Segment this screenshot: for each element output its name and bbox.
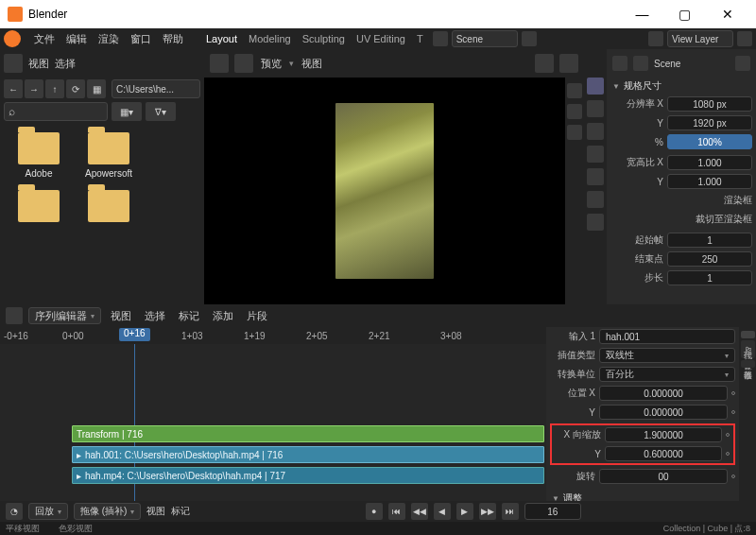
folder-item[interactable]: Apowersoft bbox=[79, 132, 138, 179]
viewlayer-new-icon[interactable] bbox=[737, 31, 752, 46]
pb-menu-view[interactable]: 视图 bbox=[146, 505, 165, 518]
scene-browse-icon[interactable] bbox=[433, 31, 448, 46]
filter-button[interactable]: ∇▾ bbox=[146, 102, 176, 121]
props-tab-object[interactable] bbox=[587, 191, 604, 208]
fb-menu-view[interactable]: 视图 bbox=[28, 57, 49, 71]
play-icon[interactable]: ▶ bbox=[456, 503, 473, 520]
props-tab-viewlayer[interactable] bbox=[587, 123, 604, 140]
strip-hah[interactable]: ▸hah.mp4: C:\Users\hero\Desktop\hah.mp4 … bbox=[72, 467, 544, 484]
preview-overlay-icon[interactable] bbox=[559, 54, 578, 73]
nav-fwd[interactable]: → bbox=[25, 79, 43, 98]
seq-menu-strip[interactable]: 片段 bbox=[243, 309, 271, 323]
play-reverse-icon[interactable]: ◀ bbox=[434, 503, 451, 520]
field-res-y[interactable]: 1920 px bbox=[667, 115, 752, 130]
props-tab-modifier[interactable] bbox=[587, 214, 604, 231]
panel-format[interactable]: ▼规格尺寸 bbox=[607, 78, 756, 95]
vtab-strip[interactable]: 片段 bbox=[741, 331, 755, 338]
playback-popover[interactable]: 回放▾ bbox=[28, 503, 68, 520]
field-rot[interactable]: 00 bbox=[599, 469, 728, 484]
workspace-uv[interactable]: UV Editing bbox=[351, 33, 411, 44]
menu-edit[interactable]: 编辑 bbox=[60, 32, 93, 46]
playback-pivot[interactable]: 拖像 (插补)▾ bbox=[74, 503, 141, 520]
playhead-marker[interactable]: 0+16 bbox=[119, 328, 150, 341]
field-res-x[interactable]: 1080 px bbox=[667, 96, 752, 112]
workspace-more[interactable]: T bbox=[411, 33, 429, 44]
folder-item[interactable] bbox=[9, 190, 68, 226]
nav-back[interactable]: ← bbox=[4, 79, 23, 98]
keyframe-dot[interactable] bbox=[726, 433, 730, 437]
seq-menu-select[interactable]: 选择 bbox=[141, 309, 169, 323]
keyframe-dot[interactable] bbox=[731, 475, 735, 478]
field-input1[interactable]: hah.001 bbox=[599, 329, 735, 344]
keyframe-dot[interactable] bbox=[731, 410, 735, 414]
seq-menu-marker[interactable]: 标记 bbox=[175, 309, 203, 323]
vtab-modifier[interactable]: 修改器 bbox=[741, 360, 755, 368]
keyframe-next-icon[interactable]: ▶▶ bbox=[479, 503, 496, 520]
vtab-proxy[interactable]: 代理 & 覆存 bbox=[741, 340, 755, 358]
menu-file[interactable]: 文件 bbox=[28, 32, 60, 46]
props-tab-output[interactable] bbox=[587, 100, 604, 117]
autokey-icon[interactable]: ● bbox=[366, 503, 383, 520]
window-maximize[interactable]: ▢ bbox=[663, 0, 706, 28]
field-pos-y[interactable]: 0.000000 bbox=[599, 405, 728, 420]
window-close[interactable]: ✕ bbox=[706, 0, 748, 28]
field-pos-x[interactable]: 0.000000 bbox=[599, 386, 728, 401]
props-tab-world[interactable] bbox=[587, 168, 604, 185]
scene-field[interactable]: Scene bbox=[452, 30, 518, 47]
viewlayer-field[interactable]: View Layer bbox=[667, 30, 733, 47]
timeline-editor-icon[interactable]: ◔ bbox=[6, 503, 23, 520]
props-editor-icon[interactable] bbox=[612, 56, 627, 71]
nav-refresh[interactable]: ⟳ bbox=[66, 79, 85, 98]
fb-menu-select[interactable]: 选择 bbox=[55, 57, 76, 71]
search-input[interactable]: ⌕ bbox=[4, 102, 108, 121]
workspace-sculpting[interactable]: Sculpting bbox=[297, 33, 351, 44]
field-aspect-x[interactable]: 1.000 bbox=[667, 155, 752, 170]
workspace-modeling[interactable]: Modeling bbox=[243, 33, 297, 44]
seq-editor-icon[interactable] bbox=[6, 307, 23, 324]
field-pct[interactable]: 100% bbox=[667, 134, 752, 149]
field-frame-start[interactable]: 1 bbox=[667, 233, 752, 248]
field-step[interactable]: 1 bbox=[667, 270, 752, 285]
scene-new-icon[interactable] bbox=[522, 31, 537, 46]
field-frame-end[interactable]: 250 bbox=[667, 251, 752, 267]
preview-channels-icon[interactable] bbox=[535, 54, 554, 73]
window-minimize[interactable]: — bbox=[621, 0, 663, 28]
keyframe-dot[interactable] bbox=[731, 391, 735, 395]
blender-logo-icon[interactable] bbox=[4, 30, 21, 47]
preview-mode[interactable]: 预览 bbox=[259, 57, 284, 71]
field-unit[interactable]: 百分比▾ bbox=[599, 367, 735, 382]
seq-menu-add[interactable]: 添加 bbox=[209, 309, 237, 323]
viewlayer-browse-icon[interactable] bbox=[648, 31, 663, 46]
preview-pivot-icon[interactable] bbox=[234, 54, 253, 73]
seq-menu-view[interactable]: 视图 bbox=[107, 309, 135, 323]
workspace-layout[interactable]: Layout bbox=[200, 33, 243, 44]
gizmo-zoom-icon[interactable] bbox=[567, 104, 582, 119]
folder-item[interactable] bbox=[79, 190, 138, 226]
menu-help[interactable]: 帮助 bbox=[157, 32, 189, 46]
current-frame-field[interactable]: 16 bbox=[524, 503, 581, 520]
gizmo-move-icon[interactable] bbox=[567, 83, 582, 98]
field-aspect-y[interactable]: 1.000 bbox=[667, 174, 752, 189]
keyframe-prev-icon[interactable]: ◀◀ bbox=[411, 503, 428, 520]
preview-viewport[interactable] bbox=[204, 78, 565, 304]
nav-up[interactable]: ↑ bbox=[45, 79, 64, 98]
preview-editor-icon[interactable] bbox=[210, 54, 229, 73]
strip-transform[interactable]: Transform | 716 bbox=[72, 425, 544, 442]
seq-editor-type-dropdown[interactable]: 序列编辑器▾ bbox=[28, 307, 101, 324]
menu-render[interactable]: 渲染 bbox=[93, 32, 125, 46]
keyframe-dot[interactable] bbox=[726, 452, 730, 456]
jump-end-icon[interactable]: ⏭ bbox=[502, 503, 519, 520]
strip-hah001[interactable]: ▸hah.001: C:\Users\hero\Desktop\hah.mp4 … bbox=[72, 446, 544, 463]
jump-start-icon[interactable]: ⏮ bbox=[388, 503, 405, 520]
pb-menu-marker[interactable]: 标记 bbox=[171, 505, 190, 518]
folder-item[interactable]: Adobe bbox=[9, 132, 68, 179]
props-pin-icon[interactable] bbox=[735, 56, 750, 71]
props-tab-scene[interactable] bbox=[587, 146, 604, 163]
timeline-ruler[interactable]: -0+16 0+00 0+16 1+03 1+19 2+05 2+21 3+08 bbox=[0, 327, 546, 344]
field-scale-y[interactable]: 0.600000 bbox=[605, 446, 722, 461]
gizmo-pan-icon[interactable] bbox=[567, 125, 582, 140]
display-mode-button[interactable]: ▦▾ bbox=[112, 102, 142, 121]
editor-type-icon[interactable] bbox=[4, 54, 23, 73]
field-interp[interactable]: 双线性▾ bbox=[599, 348, 735, 363]
field-scale-x[interactable]: 1.900000 bbox=[605, 427, 722, 442]
